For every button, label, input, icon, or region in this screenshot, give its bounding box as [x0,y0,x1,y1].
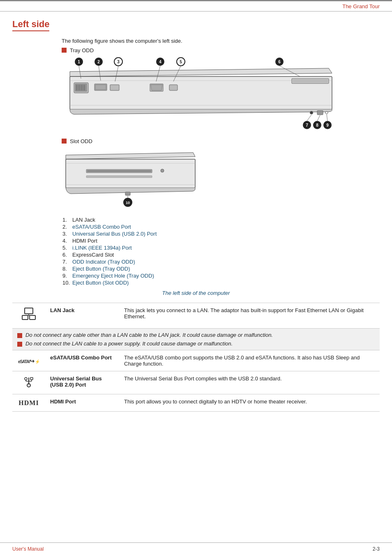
svg-rect-28 [169,85,178,90]
svg-text:9: 9 [326,123,329,127]
slot-odd-svg: 10 [62,147,205,211]
list-item: 3. Universal Serial Bus (USB 2.0) Port [62,231,157,237]
svg-text:3: 3 [117,60,120,64]
list-item: 4. HDMI Port [62,238,157,244]
svg-text:7: 7 [306,123,308,127]
svg-point-56 [161,169,164,172]
svg-rect-24 [95,85,106,90]
svg-rect-25 [110,85,119,90]
svg-rect-57 [125,192,130,195]
table-row-lan: LAN Jack This jack lets you connect to a… [12,303,380,329]
svg-rect-50 [66,159,195,188]
list-item: 8. Eject Button (Tray ODD) [62,266,157,272]
svg-text:6: 6 [278,60,281,64]
svg-text:4: 4 [159,60,161,64]
main-content: Left side The following figure shows the… [0,12,392,412]
esata-desc: The eSATA/USB combo port supports the US… [119,350,380,371]
svg-point-32 [311,112,312,114]
svg-rect-54 [87,170,151,172]
svg-text:1: 1 [78,60,80,64]
svg-point-34 [325,111,328,114]
list-item: 10. Eject Button (Slot ODD) [62,280,157,286]
svg-line-48 [317,115,320,121]
hdmi-icon: HDMI [18,399,39,406]
svg-text:2: 2 [97,60,100,64]
intro-text: The following figure shows the computer'… [62,38,380,44]
numbered-list: 1. LAN Jack 2. eSATA/USB Combo Port 3. U… [62,216,380,287]
usb-desc: The Universal Serial Bus Port complies w… [119,371,380,394]
svg-text:8: 8 [316,123,318,127]
table-row-hdmi: HDMI HDMI Port This port allows you to c… [12,394,380,412]
info-table: LAN Jack This jack lets you connect to a… [12,303,380,412]
lan-icon [21,314,37,324]
tray-odd-diagram: 1 2 3 4 5 6 [62,56,341,134]
lan-jack-name: LAN Jack [45,303,119,329]
table-row-usb: Universal Serial Bus (USB 2.0) Port The … [12,371,380,394]
svg-marker-27 [151,85,162,90]
svg-rect-62 [22,315,28,320]
esata-name: eSATA/USB Combo Port [45,350,119,371]
svg-text:5: 5 [180,60,182,64]
warning-bullet-icon-2 [17,342,22,347]
warning-item-1: Do not connect any cable other than a LA… [17,332,375,338]
usb-icon-cell [12,371,45,394]
footer-manual-label: User's Manual [12,546,44,552]
list-item: 7. ODD Indicator (Tray ODD) [62,259,157,265]
table-row-warning: Do not connect any cable other than a LA… [12,329,380,350]
page-header: The Grand Tour [0,0,392,12]
usb-icon [22,381,36,389]
hdmi-name: HDMI Port [45,394,119,412]
svg-point-69 [25,378,27,380]
list-item: 5. i.LINK (IEEE 1394a) Port [62,245,157,251]
svg-line-49 [327,114,327,121]
tray-odd-label: Tray ODD [62,47,380,53]
usb-name: Universal Serial Bus (USB 2.0) Port [45,371,119,394]
esata-icon: eSATA/↪ ⚡ [18,359,39,364]
slot-odd-diagram: 10 [62,147,380,212]
svg-rect-55 [86,176,152,178]
hdmi-icon-cell: HDMI [12,394,45,412]
svg-rect-30 [293,79,328,83]
section-title: Left side [12,19,49,31]
footer-page-number: 2-3 [373,546,380,552]
svg-rect-70 [30,378,33,380]
slot-odd-label: Slot ODD [62,138,380,144]
diagram-caption: The left side of the computer [12,290,380,296]
list-item: 9. Emergency Eject Hole (Tray ODD) [62,273,157,279]
lan-icon-cell [12,303,45,329]
tray-odd-svg: 1 2 3 4 5 6 [62,56,341,132]
list-item: 2. eSATA/USB Combo Port [62,224,157,230]
svg-rect-33 [317,111,323,115]
bullet-square-icon [62,48,67,53]
hdmi-desc: This port allows you to connect digitall… [119,394,380,412]
header-title: The Grand Tour [342,3,380,9]
warning-cell: Do not connect any cable other than a LA… [12,329,380,350]
warning-bullet-icon-1 [17,333,22,338]
warning-item-2: Do not connect the LAN cable to a power … [17,341,375,347]
svg-rect-16 [75,84,87,91]
page-footer: User's Manual 2-3 [0,542,392,552]
list-item: 6. ExpressCard Slot [62,252,157,258]
table-row-esata: eSATA/↪ ⚡ eSATA/USB Combo Port The eSATA… [12,350,380,371]
svg-rect-63 [30,315,35,320]
bullet-square-icon-2 [62,139,67,144]
list-item: 1. LAN Jack [62,217,157,223]
svg-rect-61 [25,308,33,314]
esata-icon-cell: eSATA/↪ ⚡ [12,350,45,371]
top-border [0,0,392,1]
svg-text:10: 10 [126,201,130,205]
svg-line-47 [307,115,311,121]
lan-jack-desc: This jack lets you connect to a LAN. The… [119,303,380,329]
